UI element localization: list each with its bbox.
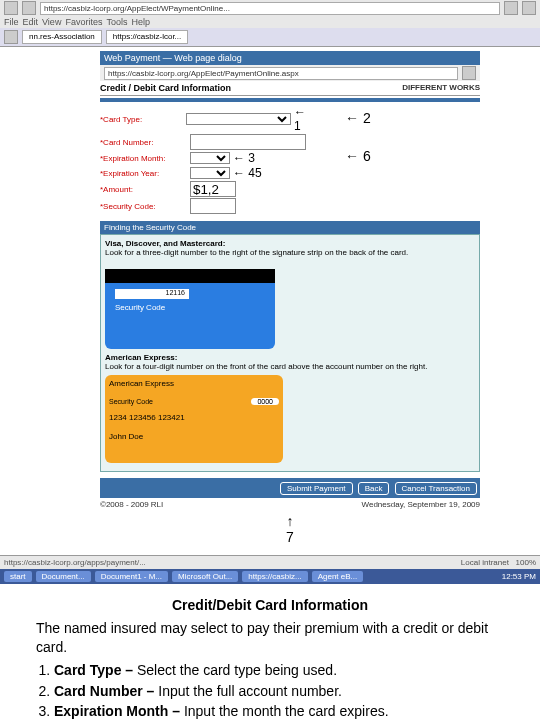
doc-intro: The named insured may select to pay thei…: [36, 619, 504, 657]
card-number-input[interactable]: [190, 134, 306, 150]
status-zone: Local intranet: [461, 558, 509, 567]
card-type-label: *Card Type:: [100, 115, 186, 124]
visa-head: Visa, Discover, and Mastercard:: [105, 239, 225, 248]
doc-title: Credit/Debit Card Information: [36, 596, 504, 615]
taskbar: start Document... Document1 - M... Micro…: [0, 569, 540, 584]
exp-month-label: *Expiration Month:: [100, 154, 190, 163]
different-works-link[interactable]: DIFFERENT WORKS: [402, 83, 480, 92]
clock: 12:53 PM: [502, 572, 536, 581]
start-button[interactable]: start: [4, 571, 32, 582]
menu-tools[interactable]: Tools: [106, 17, 127, 27]
visa-text: Look for a three-digit number to the rig…: [105, 248, 475, 257]
amex-text: Look for a four-digit number on the fron…: [105, 362, 475, 371]
callout-7: ↑7: [100, 513, 480, 545]
taskbar-item[interactable]: Microsoft Out...: [172, 571, 238, 582]
security-code-label: *Security Code:: [100, 202, 190, 211]
dialog-url: https://casbiz-lcorp.org/AppElect/Paymen…: [104, 67, 458, 80]
back-button[interactable]: Back: [358, 482, 390, 495]
card-back-code: 12116: [115, 289, 189, 299]
callout-6: ← 6: [345, 148, 480, 164]
app-screenshot: Web Payment — Web page dialog https://ca…: [0, 47, 540, 555]
tab-bar: nn.res-Association https://casbiz-lcor..…: [0, 28, 540, 46]
taskbar-item[interactable]: Document1 - M...: [95, 571, 168, 582]
status-bar: https://casbiz-lcorp.org/apps/payment/..…: [0, 555, 540, 569]
tab-2[interactable]: https://casbiz-lcor...: [106, 30, 188, 44]
callout-4-5: ← 45: [233, 166, 262, 180]
taskbar-item[interactable]: Agent eB...: [312, 571, 364, 582]
footer-date: Wednesday, September 19, 2009: [362, 500, 480, 509]
cancel-button[interactable]: Cancel Transaction: [395, 482, 477, 495]
card-number-label: *Card Number:: [100, 138, 190, 147]
card-front-illustration: American Express Security Code 0000 1234…: [105, 375, 283, 463]
exp-year-label: *Expiration Year:: [100, 169, 190, 178]
security-instructions: Visa, Discover, and Mastercard: Look for…: [100, 234, 480, 472]
callout-3: ← 3: [233, 151, 255, 165]
menu-favorites[interactable]: Favorites: [65, 17, 102, 27]
section-title: Credit / Debit Card Information DIFFEREN…: [100, 81, 480, 96]
copyright: ©2008 - 2009 RLI: [100, 500, 163, 509]
amex-head: American Express:: [105, 353, 177, 362]
amount-input[interactable]: [190, 181, 236, 197]
security-heading: Finding the Security Code: [100, 221, 480, 234]
doc-list: Card Type – Select the card type being u…: [54, 661, 504, 720]
action-bar: Submit Payment Back Cancel Transaction: [100, 478, 480, 498]
forward-icon[interactable]: [22, 1, 36, 15]
submit-payment-button[interactable]: Submit Payment: [280, 482, 353, 495]
zoom-level: 100%: [516, 558, 536, 567]
lock-icon: [462, 66, 476, 80]
status-left: https://casbiz-lcorp.org/apps/payment/..…: [4, 558, 146, 567]
document-body: Credit/Debit Card Information The named …: [0, 584, 540, 720]
dialog-title: Web Payment — Web page dialog: [100, 51, 480, 65]
security-code-input[interactable]: [190, 198, 236, 214]
amex-sec-label: Security Code: [109, 398, 153, 405]
callout-1: ← 1: [294, 105, 315, 133]
browser-chrome: https://casbiz-lcorp.org/AppElect/WPayme…: [0, 0, 540, 47]
card-back-illustration: 12116 Security Code: [105, 269, 275, 349]
amex-number: 1234 123456 123421: [109, 413, 279, 422]
form-header-bar: [100, 98, 480, 102]
amex-name: John Doe: [109, 432, 279, 441]
refresh-icon[interactable]: [504, 1, 518, 15]
callout-2: ← 2: [345, 110, 480, 126]
menu-view[interactable]: View: [42, 17, 61, 27]
taskbar-item[interactable]: Document...: [36, 571, 91, 582]
search-icon[interactable]: [522, 1, 536, 15]
menu-help[interactable]: Help: [131, 17, 150, 27]
address-bar[interactable]: https://casbiz-lcorp.org/AppElect/WPayme…: [40, 2, 500, 15]
exp-year-select[interactable]: [190, 167, 230, 179]
back-icon[interactable]: [4, 1, 18, 15]
card-type-select[interactable]: [186, 113, 291, 125]
menu-edit[interactable]: Edit: [23, 17, 39, 27]
exp-month-select[interactable]: [190, 152, 230, 164]
taskbar-item[interactable]: https://casbiz...: [242, 571, 307, 582]
amex-brand: American Express: [109, 379, 279, 388]
card-back-label: Security Code: [115, 303, 275, 312]
amount-label: *Amount:: [100, 185, 190, 194]
favorites-icon[interactable]: [4, 30, 18, 44]
amex-sec-pill: 0000: [251, 398, 279, 405]
menu-file[interactable]: File: [4, 17, 19, 27]
tab-1[interactable]: nn.res-Association: [22, 30, 102, 44]
